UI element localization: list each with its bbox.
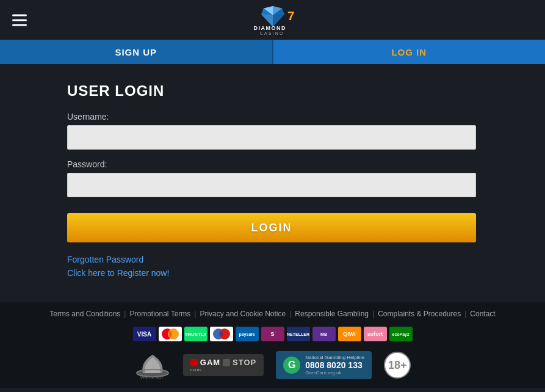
muchbetter-icon: MB	[312, 327, 336, 341]
signup-tab[interactable]: SIGN UP	[0, 40, 272, 64]
helpline-icon: G	[283, 357, 300, 374]
trustly-icon: TRUSTLY	[184, 327, 208, 341]
page-title: USER LOGIN	[67, 82, 527, 100]
header: 7 DIAMOND CASINO	[0, 0, 545, 40]
register-link[interactable]: Click here to Register now!	[67, 268, 527, 278]
helpline-number: 0808 8020 133	[305, 360, 364, 370]
helpline-badge: G National Gambling Helpline 0808 8020 1…	[276, 351, 372, 379]
footer-links: Terms and Conditions | Promotional Terms…	[12, 310, 533, 318]
mastercard-icon	[159, 327, 182, 341]
helpline-title: National Gambling Helpline	[305, 355, 364, 360]
logo: 7 DIAMOND CASINO	[236, 3, 309, 37]
gamstop-badge: GAM STOP com	[183, 354, 264, 376]
trust-badges: WHITE HAT GAMING GAM STOP com G National…	[12, 350, 533, 380]
footer: Terms and Conditions | Promotional Terms…	[0, 302, 545, 388]
svg-text:DIAMOND: DIAMOND	[253, 25, 286, 31]
footer-link-privacy[interactable]: Privacy and Cookie Notice	[200, 310, 286, 318]
footer-link-promo[interactable]: Promotional Terms	[129, 310, 190, 318]
svg-text:CASINO: CASINO	[260, 31, 284, 35]
paysafe-icon: paysafe	[236, 327, 259, 341]
menu-icon[interactable]	[12, 14, 27, 26]
payment-icons: VISA TRUSTLY paysafe S NETELLER MB QIWI …	[12, 327, 533, 341]
username-input[interactable]	[67, 125, 476, 150]
whitehat-badge: WHITE HAT GAMING	[134, 350, 171, 380]
footer-link-terms[interactable]: Terms and Conditions	[49, 310, 120, 318]
maestro-icon	[210, 327, 233, 341]
username-label: Username:	[67, 112, 527, 122]
ecopayz-icon: ecoPayz	[389, 327, 413, 341]
footer-link-complaints[interactable]: Complaints & Procedures	[378, 310, 461, 318]
helpline-url: GamCare.org.uk	[305, 370, 364, 376]
password-input[interactable]	[67, 173, 476, 197]
qiwi-icon: QIWI	[338, 327, 361, 341]
footer-link-responsible[interactable]: Responsible Gambling	[295, 310, 369, 318]
sofort-icon: sofort	[364, 327, 387, 341]
nav-tabs: SIGN UP LOG IN	[0, 40, 545, 64]
forgotten-password-link[interactable]: Forgotten Password	[67, 255, 527, 264]
login-tab[interactable]: LOG IN	[273, 40, 546, 64]
main-content: USER LOGIN Username: Password: LOGIN For…	[0, 64, 545, 290]
age18-badge: 18+	[384, 352, 411, 379]
neteller-icon: NETELLER	[287, 327, 310, 341]
footer-link-contact[interactable]: Contact	[470, 310, 495, 318]
svg-text:7: 7	[287, 9, 295, 23]
password-label: Password:	[67, 159, 527, 169]
login-button[interactable]: LOGIN	[67, 213, 476, 242]
svg-text:WHITE HAT: WHITE HAT	[140, 376, 164, 380]
visa-icon: VISA	[133, 327, 156, 341]
skrill-icon: S	[261, 327, 284, 341]
